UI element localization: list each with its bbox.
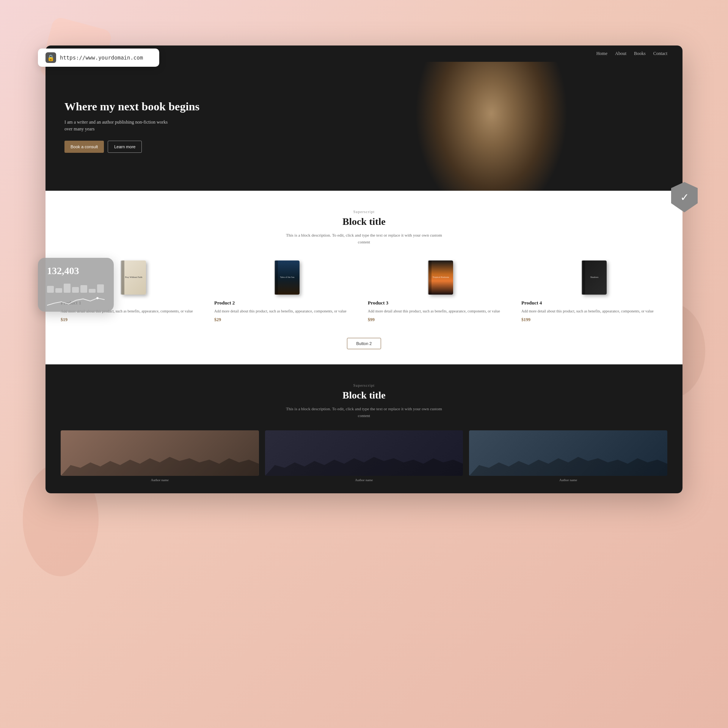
products-title: Block title: [61, 216, 667, 228]
nav-books[interactable]: Books: [634, 51, 646, 56]
book-title-text: Tales of the Sea: [278, 276, 297, 279]
product-card-2: Tales of the Sea Product 2 Add more deta…: [214, 257, 360, 323]
chart-area: [47, 281, 105, 304]
nav-contact[interactable]: Contact: [653, 51, 667, 56]
product-2-price: $29: [214, 317, 360, 323]
gallery-label-3: Author name: [469, 478, 667, 482]
product-card-3: Tropical Horizons Product 3 Add more det…: [368, 257, 514, 323]
crowd-silhouette: [265, 449, 463, 476]
stats-card: 132,403: [38, 258, 114, 312]
product-1-price: $19: [61, 317, 207, 323]
nav-about[interactable]: About: [615, 51, 626, 56]
dark-section-desc: This is a block description. To edit, cl…: [284, 406, 444, 419]
gallery-image-1: [61, 430, 259, 476]
url-text: https://www.yourdomain.com: [60, 55, 143, 61]
product-4-book: Shadows: [521, 257, 667, 295]
book-title-text: Tropical Horizons: [431, 276, 450, 279]
button-2[interactable]: Button 2: [347, 338, 381, 349]
product-3-book: Tropical Horizons: [368, 257, 514, 295]
product-2-book: Tales of the Sea: [214, 257, 360, 295]
chart-bar: [89, 289, 96, 293]
chart-bar: [80, 285, 87, 293]
product-4-price: $199: [521, 317, 667, 323]
products-grid: Pray Without Faith Product 1 Add more de…: [61, 257, 667, 323]
product-2-desc: Add more detail about this product, such…: [214, 308, 360, 314]
learn-more-button[interactable]: Learn more: [108, 141, 142, 153]
gallery-grid: Author name Author name Author name: [61, 430, 667, 482]
gallery-image-3: [469, 430, 667, 476]
gallery-image-2: [265, 430, 463, 476]
gallery-label-2: Author name: [265, 478, 463, 482]
crowd-silhouette: [469, 449, 667, 476]
nav-links: Home About Books Contact: [596, 51, 667, 56]
browser-window: ✦ Roseburg Home About Books Contact Wher…: [46, 46, 682, 493]
chart-bar: [97, 284, 104, 293]
lock-icon: 🔒: [46, 52, 56, 63]
chart-bar: [64, 284, 71, 293]
hero-subtitle: I am a writer and an author publishing n…: [64, 119, 171, 132]
product-4-desc: Add more detail about this product, such…: [521, 308, 667, 314]
book-title-text: Shadows: [585, 276, 604, 279]
book-cover-4: Shadows: [582, 260, 607, 295]
svg-point-0: [96, 297, 99, 300]
stats-number: 132,403: [47, 265, 105, 277]
product-3-price: $99: [368, 317, 514, 323]
gallery-item-2: Author name: [265, 430, 463, 482]
hero-content: Where my next book begins I am a writer …: [46, 85, 218, 168]
dark-section-title: Block title: [61, 390, 667, 401]
checkmark-icon: ✓: [680, 191, 689, 204]
crowd-silhouette: [61, 449, 259, 476]
chart-bar: [72, 287, 79, 293]
products-section: Superscript Block title This is a block …: [46, 191, 682, 364]
dark-section: Superscript Block title This is a block …: [46, 364, 682, 493]
book-cover-3: Tropical Horizons: [428, 260, 453, 295]
book-cover-2: Tales of the Sea: [275, 260, 300, 295]
book-cover-1: Pray Without Faith: [121, 260, 146, 295]
product-3-desc: Add more detail about this product, such…: [368, 308, 514, 314]
url-bar: 🔒 https://www.yourdomain.com: [38, 49, 159, 67]
dark-superscript: Superscript: [61, 383, 667, 388]
product-4-name: Product 4: [521, 300, 667, 306]
product-2-name: Product 2: [214, 300, 360, 306]
gallery-item-3: Author name: [469, 430, 667, 482]
chart-bar: [55, 288, 62, 293]
product-3-name: Product 3: [368, 300, 514, 306]
gallery-label-1: Author name: [61, 478, 259, 482]
nav-home[interactable]: Home: [596, 51, 607, 56]
line-chart: [47, 295, 105, 306]
hero-buttons: Book a consult Learn more: [64, 141, 199, 153]
chart-bars: [47, 281, 105, 293]
gallery-item-1: Author name: [61, 430, 259, 482]
book-title-text: Pray Without Faith: [124, 276, 143, 279]
product-card-4: Shadows Product 4 Add more detail about …: [521, 257, 667, 323]
chart-bar: [47, 286, 54, 293]
website-content: ✦ Roseburg Home About Books Contact Wher…: [46, 46, 682, 493]
hero-section: Where my next book begins I am a writer …: [46, 62, 682, 191]
hero-title: Where my next book begins: [64, 100, 199, 113]
book-consult-button[interactable]: Book a consult: [64, 141, 104, 153]
products-description: This is a block description. To edit, cl…: [284, 232, 444, 245]
products-superscript: Superscript: [61, 210, 667, 214]
